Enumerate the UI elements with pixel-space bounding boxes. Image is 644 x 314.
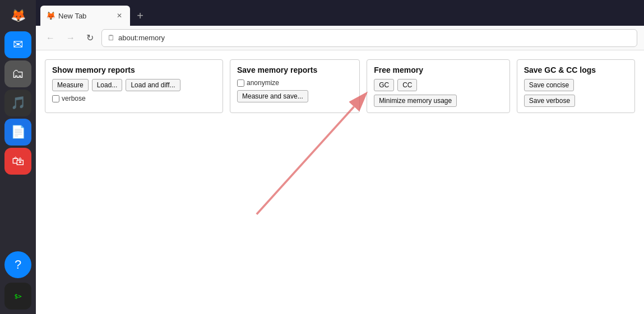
tab-close-newtab[interactable]: ✕: [114, 11, 124, 21]
anonymize-label: anonymize: [237, 79, 279, 87]
free-memory-section: Free memory GC CC Minimize memory usage: [367, 59, 510, 113]
reload-button[interactable]: ↻: [83, 30, 97, 45]
measure-save-button[interactable]: Measure and save...: [237, 90, 308, 102]
new-tab-button[interactable]: +: [131, 7, 149, 25]
firefox-dock-icon[interactable]: 🦊: [4, 2, 31, 29]
show-memory-reports-controls: Measure Load... Load and diff... verbose: [52, 79, 216, 102]
save-memory-reports-title: Save memory reports: [237, 65, 353, 74]
save-memory-reports-section: Save memory reports anonymize Measure an…: [230, 59, 360, 113]
cc-button[interactable]: CC: [397, 79, 417, 91]
tab-bar: 🦊 New Tab ✕ +: [36, 0, 644, 26]
save-gc-cc-logs-section: Save GC & CC logs Save concise Save verb…: [517, 59, 635, 113]
verbose-label: verbose: [52, 95, 86, 102]
rhythmbox-dock-icon[interactable]: 🎵: [4, 90, 31, 116]
save-gc-cc-logs-controls: Save concise Save verbose: [524, 79, 628, 107]
nav-bar: ← → ↻ 🗒 about:memory: [36, 26, 644, 50]
tab-new-tab[interactable]: 🦊 New Tab ✕: [40, 6, 130, 26]
forward-button[interactable]: →: [63, 31, 78, 45]
save-verbose-button[interactable]: Save verbose: [524, 95, 575, 107]
load-button[interactable]: Load...: [92, 79, 123, 91]
mail-dock-icon[interactable]: ✉: [4, 31, 31, 58]
anonymize-checkbox[interactable]: [237, 79, 244, 87]
save-memory-reports-controls: anonymize Measure and save...: [237, 79, 353, 102]
free-memory-title: Free memory: [374, 65, 503, 74]
show-memory-reports-section: Show memory reports Measure Load... Load…: [45, 59, 223, 113]
writer-dock-icon[interactable]: 📄: [4, 119, 31, 146]
svg-line-1: [257, 107, 354, 214]
sidebar: 🦊 ✉ 🗂 🎵 📄 🛍 ? $>: [0, 0, 36, 314]
address-text: about:memory: [118, 34, 165, 42]
back-button[interactable]: ←: [43, 31, 58, 45]
browser-window: 🦊 New Tab ✕ + ← → ↻ 🗒 about:memory Show …: [36, 0, 644, 314]
tab-label-newtab: New Tab: [58, 12, 86, 20]
address-bar[interactable]: 🗒 about:memory: [101, 29, 637, 47]
gc-button[interactable]: GC: [374, 79, 394, 91]
tab-favicon-newtab: 🦊: [46, 11, 55, 20]
show-memory-reports-title: Show memory reports: [52, 65, 216, 74]
load-diff-button[interactable]: Load and diff...: [126, 79, 180, 91]
free-memory-controls: GC CC Minimize memory usage: [374, 79, 503, 107]
page-content: Show memory reports Measure Load... Load…: [36, 50, 644, 314]
terminal-dock-icon[interactable]: $>: [4, 283, 31, 310]
verbose-checkbox[interactable]: [52, 95, 59, 102]
page-icon: 🗒: [108, 34, 115, 42]
save-gc-cc-logs-title: Save GC & CC logs: [524, 65, 628, 74]
save-concise-button[interactable]: Save concise: [524, 79, 574, 91]
help-dock-icon[interactable]: ?: [4, 251, 31, 278]
appstore-dock-icon[interactable]: 🛍: [4, 148, 31, 175]
memory-sections: Show memory reports Measure Load... Load…: [45, 59, 635, 113]
minimize-memory-button[interactable]: Minimize memory usage: [374, 95, 457, 107]
files-dock-icon[interactable]: 🗂: [4, 60, 31, 87]
measure-button[interactable]: Measure: [52, 79, 89, 91]
